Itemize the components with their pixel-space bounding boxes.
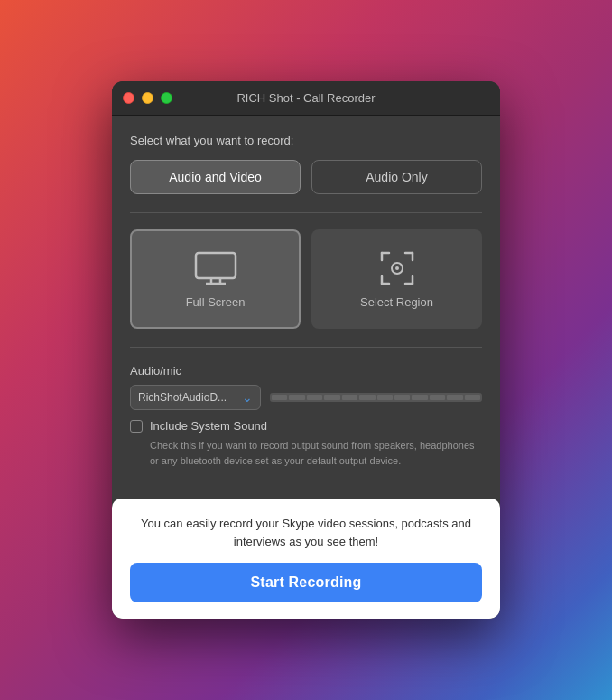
recording-type-row: Audio and Video Audio Only <box>130 160 482 194</box>
system-sound-row: Include System Sound <box>130 419 482 433</box>
divider-2 <box>130 347 482 348</box>
start-recording-button[interactable]: Start Recording <box>130 563 482 602</box>
audio-video-button[interactable]: Audio and Video <box>130 160 301 194</box>
chevron-down-icon: ⌄ <box>242 390 253 405</box>
level-seg-6 <box>359 395 375 400</box>
select-region-option[interactable]: Select Region <box>311 229 482 329</box>
svg-rect-0 <box>196 253 236 278</box>
level-seg-9 <box>412 395 427 400</box>
level-seg-5 <box>342 395 357 400</box>
mic-select-value: RichShotAudioD... <box>138 391 227 404</box>
audio-level-bar <box>270 393 482 402</box>
level-seg-10 <box>430 395 445 400</box>
level-seg-4 <box>324 395 339 400</box>
svg-point-13 <box>395 266 399 270</box>
minimize-button[interactable] <box>142 92 153 104</box>
level-seg-2 <box>289 395 304 400</box>
maximize-button[interactable] <box>161 92 172 104</box>
system-sound-label: Include System Sound <box>150 419 267 433</box>
level-seg-12 <box>465 395 480 400</box>
system-sound-checkbox[interactable] <box>130 420 143 433</box>
main-content: Select what you want to record: Audio an… <box>112 116 500 499</box>
close-button[interactable] <box>123 92 134 104</box>
traffic-lights <box>123 92 172 104</box>
audio-mic-row: RichShotAudioD... ⌄ <box>130 385 482 410</box>
mic-select-dropdown[interactable]: RichShotAudioD... ⌄ <box>130 385 261 410</box>
audio-section: Audio/mic RichShotAudioD... ⌄ <box>130 364 482 468</box>
window-title: RICH Shot - Call Recorder <box>236 91 375 105</box>
full-screen-label: Full Screen <box>186 295 246 309</box>
monitor-icon <box>192 250 239 286</box>
full-screen-option[interactable]: Full Screen <box>130 229 301 329</box>
info-panel: You can easily record your Skype video s… <box>112 499 500 619</box>
region-icon <box>374 250 421 286</box>
level-seg-7 <box>377 395 393 400</box>
level-seg-11 <box>447 395 462 400</box>
audio-only-button[interactable]: Audio Only <box>311 160 482 194</box>
screen-selection-row: Full Screen <box>130 229 482 329</box>
level-seg-1 <box>272 395 287 400</box>
level-seg-8 <box>394 395 410 400</box>
select-region-label: Select Region <box>360 295 433 309</box>
title-bar: RICH Shot - Call Recorder <box>112 81 500 116</box>
select-prompt: Select what you want to record: <box>130 134 482 147</box>
system-sound-description: Check this if you want to record output … <box>130 438 482 468</box>
app-window: RICH Shot - Call Recorder Select what yo… <box>112 81 500 619</box>
info-text: You can easily record your Skype video s… <box>130 515 482 550</box>
level-seg-3 <box>307 395 322 400</box>
divider-1 <box>130 212 482 213</box>
audio-mic-label: Audio/mic <box>130 364 482 378</box>
